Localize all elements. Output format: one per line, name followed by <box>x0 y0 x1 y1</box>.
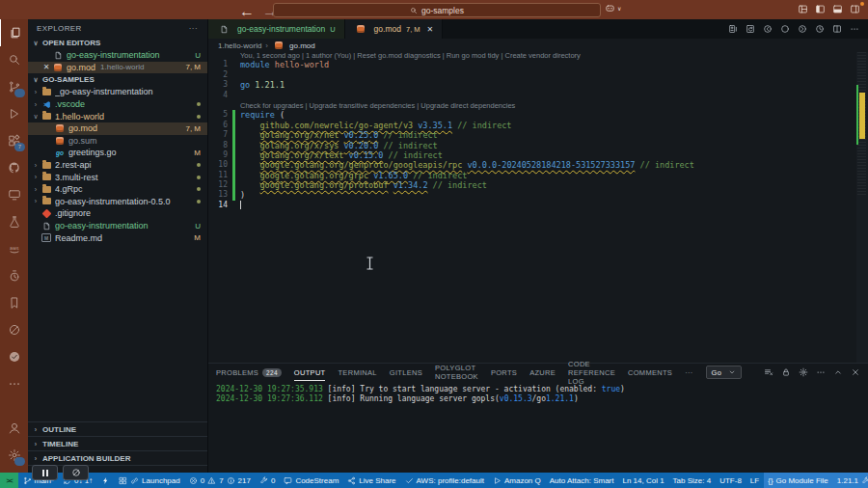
panel-settings-button[interactable] <box>799 367 808 377</box>
codelens[interactable]: You, 1 second ago | 1 author (You) | Res… <box>240 51 581 60</box>
section-outline[interactable]: ›OUTLINE <box>28 421 207 436</box>
panel-tab-polyglot-notebook[interactable]: POLYGLOT NOTEBOOK <box>435 364 478 381</box>
command-center-search[interactable]: go-samples <box>273 3 601 17</box>
activity-testing[interactable] <box>0 208 28 235</box>
activity-github[interactable] <box>0 154 28 181</box>
codelens[interactable]: Check for upgrades | Upgrade transitive … <box>240 101 515 110</box>
more-actions-button[interactable] <box>816 367 826 377</box>
status-zap[interactable] <box>97 473 115 488</box>
open-editor-go-easy-instrumentation[interactable]: go-easy-instrumentationU <box>28 49 207 62</box>
activity-manage[interactable] <box>0 442 28 469</box>
status-auto-attach[interactable]: Auto Attach: Smart <box>545 473 618 488</box>
toggle-secondary-sidebar-button[interactable] <box>850 4 860 14</box>
status-encoding[interactable]: UTF-8 <box>716 473 746 488</box>
more-actions-button[interactable] <box>850 24 859 34</box>
tab-go.mod[interactable]: go.mod7, M✕ <box>345 19 444 39</box>
activity-bookmarks[interactable] <box>0 289 28 316</box>
activity-watch[interactable] <box>0 262 28 289</box>
tree-item-_go-easy-instrumentation[interactable]: ›_go-easy-instrumentation <box>28 86 207 98</box>
status-aws-profile[interactable]: AWS: profile:default <box>400 473 488 488</box>
activity-accounts[interactable] <box>0 415 28 442</box>
status-tool-count[interactable]: 0 <box>255 473 279 488</box>
tree-item-3.multi-rest[interactable]: ›3.multi-rest <box>28 171 207 183</box>
status-go-version[interactable]: 1.21.1 <box>832 473 868 488</box>
customize-layout-icon <box>798 4 808 14</box>
status-problems[interactable]: 07217 <box>184 473 255 488</box>
section-application-builder[interactable]: ›APPLICATION BUILDER <box>28 450 207 465</box>
tree-item-go-easy-instrumentation-0.5.0[interactable]: ›go-easy-instrumentation-0.5.0 <box>28 196 207 208</box>
panel-tab-terminal[interactable]: TERMINAL <box>338 364 376 381</box>
activity-extensions[interactable]: 7 <box>0 127 28 154</box>
lock-scrolling-button[interactable] <box>781 367 791 377</box>
tree-item-2.rest-api[interactable]: ›2.rest-api <box>28 159 207 172</box>
tree-item-greetings.go[interactable]: gogreetings.goM <box>28 147 207 159</box>
status-eol[interactable]: LF <box>746 473 763 488</box>
activity-remote-explorer[interactable] <box>0 181 28 208</box>
activity-tasks-check[interactable] <box>0 343 28 370</box>
status-live-share[interactable]: Live Share <box>343 473 400 488</box>
activity-explorer[interactable] <box>0 19 29 46</box>
open-changes-button[interactable] <box>728 24 738 34</box>
code-editor[interactable]: You, 1 second ago | 1 author (You) | Res… <box>208 50 854 363</box>
open-editor-go.mod[interactable]: ✕go.mod1.hello-world7, M <box>28 62 207 74</box>
toggle-primary-sidebar-button[interactable] <box>815 4 826 14</box>
copilot-menu[interactable]: ∨ <box>605 3 621 14</box>
panel-tab-ports[interactable]: PORTS <box>491 364 517 381</box>
tree-item-go.mod[interactable]: go.mod7, M <box>28 122 207 135</box>
minimap[interactable] <box>856 52 868 363</box>
output-view-mode-button[interactable] <box>764 367 773 377</box>
status-launchpad[interactable]: Launchpad <box>115 473 185 488</box>
timeline-icon <box>815 24 825 34</box>
close-icon[interactable]: ✕ <box>427 25 434 34</box>
explorer-more-actions[interactable]: ··· <box>189 24 198 33</box>
back-icon[interactable]: ← <box>239 3 255 20</box>
next-change-button[interactable] <box>798 24 807 34</box>
open-editors-section[interactable]: ∨OPEN EDITORS <box>28 37 207 49</box>
panel-tab-gitlens[interactable]: GITLENS <box>390 364 422 381</box>
status-language-mode[interactable]: {}Go Module File <box>764 473 833 488</box>
tab-go-easy-instrumentation[interactable]: go-easy-instrumentationU <box>208 19 345 39</box>
workspace-root-section[interactable]: ∨GO-SAMPLES <box>28 73 207 86</box>
pause-button[interactable] <box>32 465 58 480</box>
toggle-panel-button[interactable] <box>832 4 843 14</box>
activity-search[interactable] <box>0 46 28 73</box>
tree-item-.gitignore[interactable]: .gitignore <box>28 207 207 220</box>
status-tab-size[interactable]: Tab Size: 4 <box>668 473 716 488</box>
maximize-panel-button[interactable] <box>833 367 843 377</box>
tree-item-1.hello-world[interactable]: ∨1.hello-world <box>28 110 207 122</box>
close-panel-button[interactable] <box>851 367 860 377</box>
timeline-button[interactable] <box>815 24 825 34</box>
activity-screencast[interactable] <box>0 316 28 343</box>
status-amazon-q[interactable]: Amazon Q <box>488 473 545 488</box>
screen-record-off-button[interactable] <box>63 465 89 480</box>
customize-layout-button[interactable] <box>798 4 808 14</box>
activity-source-control[interactable] <box>0 73 28 100</box>
close-icon[interactable]: ✕ <box>41 63 51 71</box>
status-cursor-position[interactable]: Ln 14, Col 1 <box>618 473 668 488</box>
tree-item-go-easy-instrumentation[interactable]: go-easy-instrumentationU <box>28 220 207 232</box>
remote-indicator[interactable]: >< <box>0 473 18 488</box>
panel-tab-problems[interactable]: PROBLEMS224 <box>216 364 282 381</box>
panel-tab-code-reference-log[interactable]: CODE REFERENCE LOG <box>568 364 615 381</box>
status-codestream[interactable]: CodeStream <box>280 473 343 488</box>
file-refresh-button[interactable] <box>746 24 755 34</box>
activity-aws[interactable]: aws <box>0 235 28 262</box>
split-editor-button[interactable] <box>832 24 842 34</box>
output-channel-select[interactable]: Go <box>706 366 742 379</box>
gomod-icon <box>55 123 65 133</box>
activity-additional-views[interactable] <box>0 370 28 397</box>
tree-item-4.gRpc[interactable]: ›4.gRpc <box>28 183 207 196</box>
activity-bar: 7aws <box>0 19 28 473</box>
panel-tab-comments[interactable]: COMMENTS <box>628 364 672 381</box>
tree-item-go.sum[interactable]: go.sum <box>28 135 207 148</box>
panel-tabs-overflow[interactable]: ··· <box>685 368 692 377</box>
panel-tab-azure[interactable]: AZURE <box>529 364 556 381</box>
panel-tab-output[interactable]: OUTPUT <box>294 364 326 381</box>
activity-run-and-debug[interactable] <box>0 100 28 127</box>
section-timeline[interactable]: ›TIMELINE <box>28 436 207 450</box>
tree-item-Readme.md[interactable]: MReadme.mdM <box>28 231 207 244</box>
tree-item-.vscode[interactable]: ›.vscode <box>28 98 207 111</box>
output-log[interactable]: 2024-12-30 19:27:35.913 [info] Try to st… <box>208 381 868 404</box>
previous-change-button[interactable] <box>763 24 773 34</box>
current-change-button[interactable] <box>780 24 790 34</box>
